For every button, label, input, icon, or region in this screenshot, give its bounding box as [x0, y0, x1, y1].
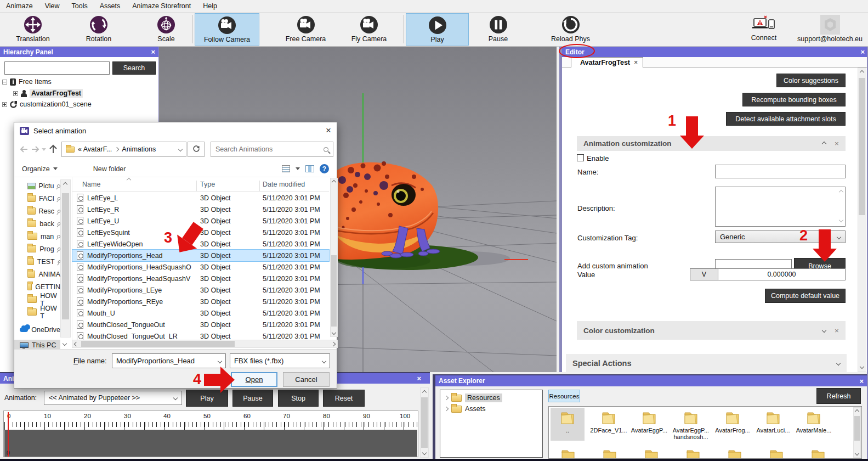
search-input[interactable]	[215, 145, 314, 153]
organize-menu[interactable]: Organize	[22, 165, 58, 173]
sidebar-item-label[interactable]: FACI	[39, 195, 54, 203]
folder-item[interactable]: AvatarLuci...	[754, 408, 792, 434]
tree-item-resources[interactable]: Resources	[440, 390, 542, 402]
scroll-down-icon[interactable]	[855, 451, 859, 456]
file-type-combo[interactable]: FBX files (*.fbx)	[230, 353, 330, 368]
sidebar-item-label[interactable]: back	[39, 220, 54, 228]
scroll-down-icon[interactable]	[860, 364, 864, 369]
folder-icon[interactable]	[810, 448, 826, 459]
sidebar-item-label[interactable]: ANIMA	[38, 271, 60, 278]
sidebar-item-label[interactable]: TEST	[37, 258, 55, 266]
expand-chevron-icon[interactable]	[836, 361, 841, 365]
help-icon[interactable]: ?	[320, 164, 329, 173]
tree-item-avatarfrogtest[interactable]: AvatarFrogTest	[13, 89, 83, 98]
file-name-combo[interactable]: ModifyProportions_Head	[112, 353, 226, 368]
pause-button[interactable]: Pause	[467, 13, 530, 46]
tab-avatarfrogtest[interactable]: AvatarFrogTest ×	[571, 57, 643, 68]
preview-pane-icon[interactable]	[305, 165, 314, 172]
sidebar-item-label[interactable]: Pictu	[39, 182, 54, 190]
timeline-track[interactable]: 0	[4, 430, 417, 457]
hierarchy-search-button[interactable]: Search	[112, 61, 156, 75]
follow-camera-button[interactable]: Follow Camera	[195, 13, 259, 46]
file-row[interactable]: MouthClosed_TongueOut3D Object5/11/2020 …	[72, 319, 329, 330]
file-row[interactable]: ModifyProportions_REye3D Object5/11/2020…	[72, 296, 329, 307]
scroll-up-icon[interactable]	[860, 70, 864, 75]
value-axis-button[interactable]: V	[690, 268, 718, 280]
dialog-search-box[interactable]	[211, 142, 333, 157]
support-button[interactable]: support@holotech.eu	[793, 13, 867, 46]
section-close-icon[interactable]: ×	[835, 139, 839, 148]
expand-expander-icon[interactable]	[13, 91, 18, 96]
folder-row-partial[interactable]	[560, 448, 826, 459]
sidebar-item-onedrive[interactable]: OneDrive	[31, 326, 60, 334]
scrollbar-thumb[interactable]	[331, 255, 337, 327]
column-header-type[interactable]: Type	[200, 181, 215, 188]
scroll-up-icon[interactable]	[422, 390, 427, 395]
new-folder-button[interactable]: New folder	[93, 165, 126, 173]
scroll-down-icon[interactable]	[63, 341, 67, 346]
scale-button[interactable]: Scale	[139, 13, 194, 46]
close-icon[interactable]: ×	[151, 48, 155, 55]
dialog-titlebar[interactable]: Select animation ×	[14, 122, 337, 139]
scroll-down-icon[interactable]	[332, 330, 336, 335]
open-button[interactable]: Open	[231, 372, 277, 387]
breadcrumb-current[interactable]: Animations	[122, 145, 156, 153]
sidebar-item-label[interactable]: man	[41, 233, 54, 240]
compute-default-value-button[interactable]: Compute default value	[765, 289, 846, 303]
reload-phys-button[interactable]: Reload Phys	[539, 13, 602, 46]
breadcrumb-resources-chip[interactable]: Resources	[548, 390, 580, 402]
scrollbar-thumb[interactable]	[859, 78, 865, 215]
folder-icon[interactable]	[602, 448, 618, 459]
expand-chevron-icon[interactable]	[444, 407, 449, 411]
tree-item-assets[interactable]: Assets	[440, 402, 542, 413]
collapse-chevron-icon[interactable]	[822, 141, 826, 145]
menu-view[interactable]: View	[39, 2, 66, 10]
folder-icon[interactable]	[643, 448, 660, 459]
file-row[interactable]: ModifyProportions_HeadSquashO3D Object5/…	[72, 261, 329, 273]
folder-item[interactable]: AvatarEggP...	[630, 408, 668, 434]
close-icon[interactable]: ×	[860, 48, 865, 55]
tab-close-icon[interactable]: ×	[634, 59, 638, 66]
scrollbar-thumb[interactable]	[421, 397, 428, 448]
asset-grid-scrollbar[interactable]	[853, 407, 861, 458]
special-actions-section-header[interactable]: Special Actions	[566, 354, 847, 372]
enable-checkbox[interactable]	[577, 154, 584, 161]
scroll-up-icon[interactable]	[63, 182, 67, 187]
refresh-button[interactable]: Refresh	[816, 388, 861, 404]
expand-expander-icon[interactable]	[2, 102, 7, 107]
scroll-up-icon[interactable]	[332, 180, 336, 184]
scroll-up-icon[interactable]	[855, 409, 859, 414]
scroll-right-icon[interactable]	[331, 342, 336, 346]
expand-chevron-icon[interactable]	[444, 396, 449, 400]
view-list-icon[interactable]	[282, 165, 290, 172]
tree-item-scene[interactable]: customization01_scene	[2, 100, 92, 108]
value-field[interactable]: 0.000000	[718, 268, 846, 280]
hierarchy-search-input[interactable]	[4, 61, 110, 75]
file-list-scrollbar[interactable]	[330, 178, 338, 337]
sidebar-item-label[interactable]: Resc	[39, 207, 54, 215]
scroll-left-icon[interactable]	[74, 342, 78, 346]
sidebar-item-label[interactable]: Prog	[39, 245, 54, 253]
menu-tools[interactable]: Tools	[66, 2, 94, 10]
menu-assets[interactable]: Assets	[94, 2, 127, 10]
folder-icon[interactable]	[560, 448, 576, 459]
free-camera-button[interactable]: Free Camera	[274, 13, 337, 46]
anim-stop-button[interactable]: Stop	[278, 390, 319, 407]
close-icon[interactable]: ×	[859, 378, 864, 385]
frog-avatar[interactable]	[336, 161, 440, 260]
anim-pause-button[interactable]: Pause	[232, 390, 273, 407]
menu-help[interactable]: Help	[197, 2, 223, 10]
column-header-name[interactable]: Name	[82, 181, 100, 188]
cancel-button[interactable]: Cancel	[283, 372, 330, 387]
play-button[interactable]: Play	[406, 13, 469, 46]
recompute-bounding-boxes-button[interactable]: Recompute bounding boxes	[742, 93, 846, 106]
description-textarea[interactable]	[715, 187, 846, 227]
scroll-down-icon[interactable]	[422, 451, 427, 455]
translation-button[interactable]: Translation	[5, 13, 60, 46]
editor-scrollbar[interactable]	[858, 68, 866, 372]
sidebar-item-this-pc[interactable]: This PC	[32, 341, 56, 349]
dropdown-chevron-icon[interactable]	[178, 147, 183, 151]
file-row[interactable]: LeftEye_R3D Object5/11/2020 3:01 PM	[72, 204, 329, 215]
refresh-button[interactable]	[188, 142, 205, 157]
tree-item-free-items[interactable]: Free Items	[2, 78, 52, 86]
